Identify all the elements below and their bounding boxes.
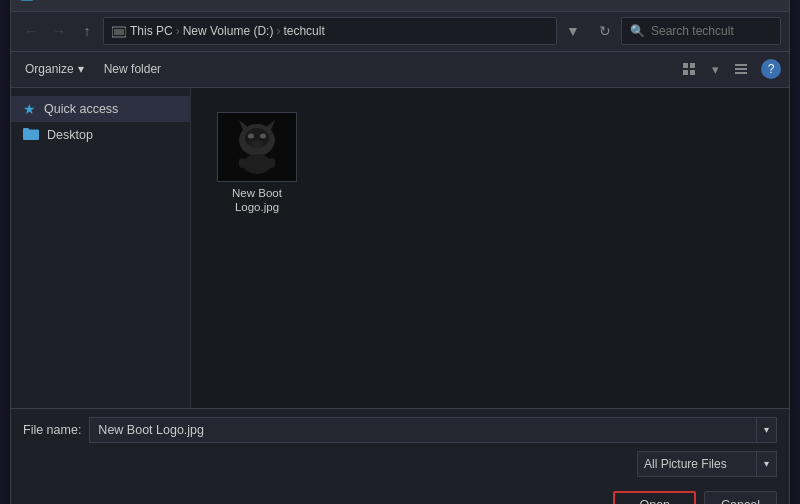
folder-icon: [23, 127, 39, 143]
view-grid-button[interactable]: [677, 57, 701, 81]
dropdown-button[interactable]: ▼: [561, 19, 585, 43]
list-item[interactable]: New Boot Logo.jpg: [207, 104, 307, 224]
file-name-row: File name: ▾: [11, 409, 789, 447]
sidebar-item-label-desktop: Desktop: [47, 128, 93, 142]
minimize-button[interactable]: ─: [699, 0, 725, 8]
close-button[interactable]: ✕: [755, 0, 781, 8]
file-type-row: All Picture Files JPEG (*.jpg) PNG (*.pn…: [11, 447, 789, 485]
sidebar-item-desktop[interactable]: Desktop: [11, 122, 190, 148]
file-type-select-group: All Picture Files JPEG (*.jpg) PNG (*.pn…: [637, 451, 777, 477]
thumbnail-inner: [218, 113, 296, 181]
svg-rect-5: [690, 63, 695, 68]
organize-arrow: ▾: [78, 62, 84, 76]
action-row: Open Cancel: [11, 485, 789, 505]
svg-point-19: [243, 154, 271, 174]
svg-rect-10: [735, 72, 747, 74]
file-name-label: New Boot Logo.jpg: [215, 186, 299, 216]
svg-rect-6: [683, 70, 688, 75]
new-folder-label: New folder: [104, 62, 161, 76]
bottom-section: File name: ▾ All Picture Files JPEG (*.j…: [11, 408, 789, 505]
breadcrumb-folder: techcult: [283, 24, 324, 38]
svg-rect-9: [735, 68, 747, 70]
breadcrumb-volume: New Volume (D:): [183, 24, 274, 38]
svg-rect-7: [690, 70, 695, 75]
breadcrumb-this-pc: This PC: [112, 24, 173, 38]
search-icon: 🔍: [630, 24, 645, 38]
refresh-button[interactable]: ↻: [593, 19, 617, 43]
paste-from-dialog: Paste From ─ □ ✕ ← → ↑ This PC › New Vol…: [10, 0, 790, 504]
dialog-title: Paste From: [41, 0, 699, 2]
svg-rect-21: [269, 158, 275, 168]
window-controls: ─ □ ✕: [699, 0, 781, 8]
main-content: ★ Quick access Desktop: [11, 88, 789, 408]
svg-rect-20: [239, 158, 245, 168]
svg-rect-8: [735, 64, 747, 66]
title-icon: [19, 0, 35, 3]
svg-point-16: [248, 133, 254, 138]
thumbnail-svg: [219, 114, 295, 180]
breadcrumb-path[interactable]: This PC › New Volume (D:) › techcult: [103, 17, 557, 45]
sidebar-item-quick-access[interactable]: ★ Quick access: [11, 96, 190, 122]
search-box: 🔍: [621, 17, 781, 45]
search-input[interactable]: [651, 24, 800, 38]
file-name-input-group: ▾: [89, 417, 777, 443]
new-folder-button[interactable]: New folder: [98, 59, 167, 79]
organize-label: Organize: [25, 62, 74, 76]
forward-button[interactable]: →: [47, 19, 71, 43]
sidebar: ★ Quick access Desktop: [11, 88, 191, 408]
view-dropdown-button[interactable]: ▾: [703, 57, 727, 81]
up-button[interactable]: ↑: [75, 19, 99, 43]
sidebar-item-label-quick-access: Quick access: [44, 102, 118, 116]
back-button[interactable]: ←: [19, 19, 43, 43]
toolbar: Organize ▾ New folder ▾: [11, 52, 789, 88]
file-type-dropdown-arrow[interactable]: ▾: [757, 451, 777, 477]
address-bar: ← → ↑ This PC › New Volume (D:) › techcu…: [11, 12, 789, 52]
svg-point-17: [260, 133, 266, 138]
svg-rect-3: [114, 29, 124, 35]
file-type-select[interactable]: All Picture Files JPEG (*.jpg) PNG (*.pn…: [637, 451, 757, 477]
maximize-button[interactable]: □: [727, 0, 753, 8]
star-icon: ★: [23, 101, 36, 117]
title-bar: Paste From ─ □ ✕: [11, 0, 789, 12]
file-area: New Boot Logo.jpg: [191, 88, 789, 408]
help-button[interactable]: ?: [761, 59, 781, 79]
svg-rect-4: [683, 63, 688, 68]
view-buttons: ▾: [677, 57, 753, 81]
file-name-field-label: File name:: [23, 423, 81, 437]
cancel-button[interactable]: Cancel: [704, 491, 777, 505]
svg-point-18: [251, 140, 263, 148]
file-thumbnail: [217, 112, 297, 182]
file-name-input[interactable]: [89, 417, 757, 443]
open-button[interactable]: Open: [613, 491, 696, 505]
file-name-dropdown-arrow[interactable]: ▾: [757, 417, 777, 443]
view-list-button[interactable]: [729, 57, 753, 81]
organize-button[interactable]: Organize ▾: [19, 59, 90, 79]
